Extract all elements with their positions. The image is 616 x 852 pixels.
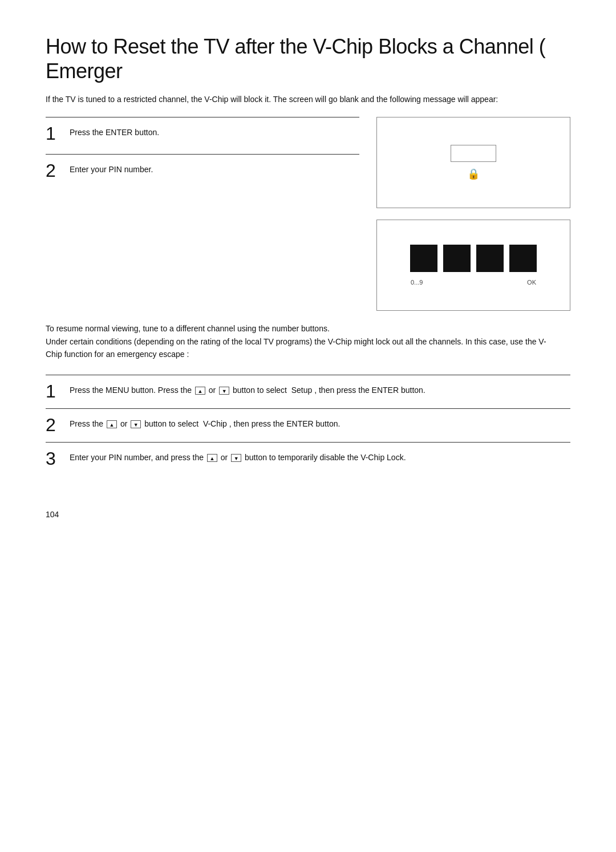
images-column: 🔒 0...9 OK xyxy=(376,117,570,311)
section2-step-3-text: Enter your PIN number, and press the ▲ o… xyxy=(70,449,406,464)
steps-column: 1 Press the ENTER button. 2 Enter your P… xyxy=(46,117,359,311)
pin-block-4 xyxy=(509,245,537,272)
pin-label-right: OK xyxy=(527,279,536,286)
up-button-icon: ▲ xyxy=(195,387,205,395)
section2-step-2-item: 2 Press the ▲ or ▼ button to select V-Ch… xyxy=(46,408,570,442)
section2-step-1-item: 1 Press the MENU button. Press the ▲ or … xyxy=(46,375,570,408)
diagram-inner-rect xyxy=(451,145,496,162)
page-footer: 104 xyxy=(46,510,570,519)
pin-labels: 0...9 OK xyxy=(411,279,536,286)
pin-block-2 xyxy=(443,245,471,272)
section-top: 1 Press the ENTER button. 2 Enter your P… xyxy=(46,117,570,311)
section2-step-1-text: Press the MENU button. Press the ▲ or ▼ … xyxy=(70,382,425,396)
step-2-block: 2 Enter your PIN number. xyxy=(46,154,359,191)
step-1-text: Press the ENTER button. xyxy=(70,124,159,139)
down-button-icon: ▼ xyxy=(219,387,229,395)
intro-text: If the TV is tuned to a restricted chann… xyxy=(46,94,570,106)
page-title: How to Reset the TV after the V-Chip Blo… xyxy=(46,34,570,83)
page-number: 104 xyxy=(46,510,59,519)
up-button-icon-3: ▲ xyxy=(207,454,217,462)
down-button-icon-2: ▼ xyxy=(131,420,141,428)
up-button-icon-2: ▲ xyxy=(107,420,117,428)
step-1-number: 1 xyxy=(46,124,62,143)
section2-step-2-text: Press the ▲ or ▼ button to select V-Chip… xyxy=(70,416,340,430)
section2-step-1-number: 1 xyxy=(46,382,62,400)
section2-step-2-number: 2 xyxy=(46,416,62,434)
pin-label-left: 0...9 xyxy=(411,279,423,286)
pin-block-1 xyxy=(410,245,437,272)
divider-section: To resume normal viewing, tune to a diff… xyxy=(46,322,570,475)
down-button-icon-3: ▼ xyxy=(231,454,241,462)
pin-blocks xyxy=(410,245,537,272)
step-1-block: 1 Press the ENTER button. xyxy=(46,117,359,154)
section2-step-3-item: 3 Enter your PIN number, and press the ▲… xyxy=(46,442,570,476)
step-2-text: Enter your PIN number. xyxy=(70,161,153,176)
pin-block-3 xyxy=(476,245,504,272)
diagram-box-2: 0...9 OK xyxy=(376,220,570,311)
step-2-number: 2 xyxy=(46,161,62,180)
numbered-steps-list: 1 Press the MENU button. Press the ▲ or … xyxy=(46,375,570,476)
diagram-box-1: 🔒 xyxy=(376,117,570,208)
lock-icon: 🔒 xyxy=(467,168,480,180)
section2-step-3-number: 3 xyxy=(46,449,62,468)
description-line-1: To resume normal viewing, tune to a diff… xyxy=(46,322,559,360)
